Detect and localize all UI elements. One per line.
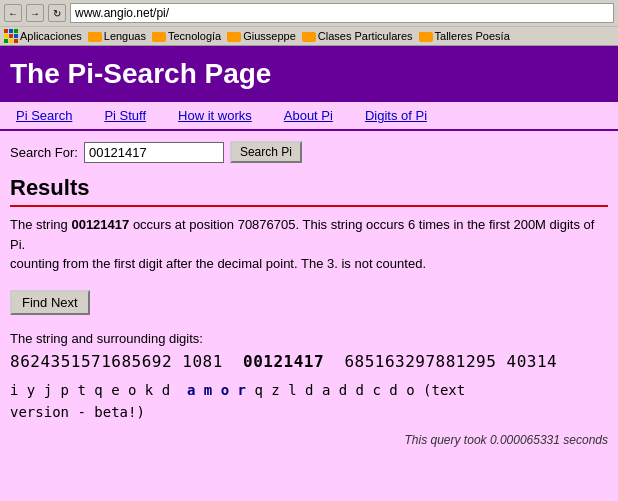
tab-how-it-works[interactable]: How it works	[162, 102, 268, 129]
result-text-3: counting from the first digit after the …	[10, 256, 426, 271]
anagram-line2: version - beta!)	[10, 404, 145, 420]
results-heading: Results	[10, 175, 608, 207]
bookmarks-bar: Aplicaciones Lenguas Tecnología Giussepp…	[0, 26, 618, 45]
tab-pi-stuff[interactable]: Pi Stuff	[88, 102, 162, 129]
bookmark-apps[interactable]: Aplicaciones	[4, 29, 82, 43]
folder-icon-tecnologia	[152, 32, 166, 42]
digits-after: 685163297881295 40314	[324, 352, 557, 371]
search-input[interactable]	[84, 142, 224, 163]
address-bar[interactable]	[70, 3, 614, 23]
apps-grid-icon	[4, 29, 18, 43]
surrounding-label: The string and surrounding digits:	[10, 331, 608, 346]
folder-icon-talleres	[419, 32, 433, 42]
folder-icon-clases	[302, 32, 316, 42]
bookmark-clases[interactable]: Clases Particulares	[302, 30, 413, 42]
browser-chrome: ← → ↻ Aplicaciones Lenguas Te	[0, 0, 618, 46]
result-text-prefix: The string	[10, 217, 71, 232]
anagram-row: i y j p t q e o k d a m o r q z l d a d …	[10, 379, 608, 424]
digits-before: 8624351571685692 1081	[10, 352, 243, 371]
bookmark-giusseppe-label: Giusseppe	[243, 30, 296, 42]
content-area: Search For: Search Pi Results The string…	[0, 131, 618, 501]
digits-row: 8624351571685692 1081 00121417 685163297…	[10, 352, 608, 371]
bookmark-talleres[interactable]: Talleres Poesía	[419, 30, 510, 42]
search-for-label: Search For:	[10, 145, 78, 160]
page-header: The Pi-Search Page	[0, 46, 618, 102]
find-next-button[interactable]: Find Next	[10, 290, 90, 315]
nav-tabs: Pi Search Pi Stuff How it works About Pi…	[0, 102, 618, 131]
back-button[interactable]: ←	[4, 4, 22, 22]
result-search-term: 00121417	[71, 217, 129, 232]
browser-nav: ← → ↻	[0, 0, 618, 26]
folder-icon-lenguas	[88, 32, 102, 42]
folder-icon-giusseppe	[227, 32, 241, 42]
bookmark-apps-label: Aplicaciones	[20, 30, 82, 42]
tab-digits-of-pi[interactable]: Digits of Pi	[349, 102, 443, 129]
search-button[interactable]: Search Pi	[230, 141, 302, 163]
result-paragraph-1: The string 00121417 occurs at position 7…	[10, 215, 608, 274]
forward-button[interactable]: →	[26, 4, 44, 22]
page-title: The Pi-Search Page	[10, 58, 608, 90]
search-row: Search For: Search Pi	[10, 141, 608, 163]
reload-button[interactable]: ↻	[48, 4, 66, 22]
anagram-amor: a m o r	[187, 382, 246, 398]
digits-highlight: 00121417	[243, 352, 324, 371]
bookmark-lenguas[interactable]: Lenguas	[88, 30, 146, 42]
bookmark-giusseppe[interactable]: Giusseppe	[227, 30, 296, 42]
bookmark-tecnologia[interactable]: Tecnología	[152, 30, 221, 42]
bookmark-clases-label: Clases Particulares	[318, 30, 413, 42]
tab-about-pi[interactable]: About Pi	[268, 102, 349, 129]
bookmark-tecnologia-label: Tecnología	[168, 30, 221, 42]
anagram-before: i y j p t q e o k d	[10, 382, 187, 398]
bookmark-lenguas-label: Lenguas	[104, 30, 146, 42]
tab-pi-search[interactable]: Pi Search	[0, 102, 88, 129]
query-time: This query took 0.000065331 seconds	[10, 433, 608, 447]
bookmark-talleres-label: Talleres Poesía	[435, 30, 510, 42]
anagram-after: q z l d a d d c d o (text	[246, 382, 465, 398]
